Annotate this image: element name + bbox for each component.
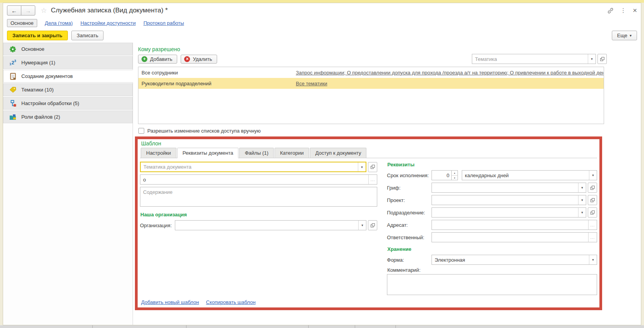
- chevron-down-icon[interactable]: ▾: [358, 221, 366, 230]
- sidebar-item-processing-settings[interactable]: Настройки обработки (5): [3, 97, 133, 110]
- history-buttons: ← →: [7, 5, 35, 16]
- numbering-icon: 123: [9, 59, 17, 66]
- sidebar-item-label: Роли файлов (2): [21, 114, 60, 120]
- topics-link[interactable]: Все тематики: [296, 81, 327, 86]
- sidebar-item-document-creation[interactable]: Создание документов: [3, 70, 133, 83]
- forward-arrow-icon: →: [25, 7, 31, 14]
- nav-link-cases[interactable]: Дела (тома): [45, 20, 73, 26]
- chevron-down-icon[interactable]: ▾: [588, 54, 596, 64]
- more-button[interactable]: Еще ▾: [612, 31, 637, 40]
- sidebar-item-file-roles[interactable]: Роли файлов (2): [3, 110, 133, 123]
- access-table: Все сотрудники Запрос информации; О пред…: [138, 67, 604, 124]
- main-panel: Кому разрешено + Добавить × Удалить ▾: [133, 43, 641, 325]
- organization-input[interactable]: [175, 221, 358, 230]
- flowchart-icon: [9, 100, 17, 107]
- template-left-column: ▾ ... Наша: [140, 162, 377, 297]
- tab-files[interactable]: Файлы (1): [239, 148, 274, 158]
- chevron-down-icon[interactable]: ▾: [589, 255, 597, 264]
- template-right-column: Реквизиты Срок исполнения: ▴ ▾: [387, 162, 597, 297]
- form-label: Форма:: [387, 257, 432, 263]
- tab-settings[interactable]: Настройки: [141, 148, 176, 158]
- comment-label: Комментарий:: [387, 267, 597, 273]
- project-choose-button[interactable]: [588, 195, 597, 205]
- add-button[interactable]: + Добавить: [138, 55, 177, 64]
- app-window: ← → ☆ Служебная записка (Вид документа) …: [3, 3, 641, 325]
- chevron-down-icon[interactable]: ▾: [589, 171, 597, 180]
- nav-link-work-protocol[interactable]: Протокол работы: [143, 20, 184, 26]
- manual-access-checkbox-row[interactable]: Разрешить изменение списков доступа вруч…: [138, 128, 641, 134]
- back-button[interactable]: ←: [7, 5, 21, 16]
- close-icon[interactable]: ×: [633, 6, 637, 15]
- window-icons: ⋮ ×: [607, 6, 637, 15]
- storage-form-select[interactable]: Электронная: [432, 257, 589, 263]
- deadline-label: Срок исполнения:: [387, 173, 432, 178]
- access-group-cell: Все сотрудники: [138, 70, 293, 76]
- menu-dots-icon[interactable]: ⋮: [620, 7, 626, 14]
- ellipsis-button[interactable]: ...: [588, 220, 597, 230]
- sidebar-item-main[interactable]: Основное: [3, 43, 133, 55]
- responsible-input[interactable]: [432, 233, 588, 242]
- spin-down-icon[interactable]: ▾: [452, 176, 458, 180]
- more-label: Еще: [617, 33, 627, 38]
- favorite-star-icon[interactable]: ☆: [41, 6, 47, 15]
- chevron-down-icon[interactable]: ▾: [578, 195, 586, 205]
- content-area: Основное 123 Нумерация (1) Создание доку…: [3, 43, 641, 325]
- template-links: Добавить новый шаблон Скопировать шаблон: [140, 297, 597, 307]
- sidebar-item-numbering[interactable]: 123 Нумерация (1): [3, 56, 133, 69]
- sidebar-item-label: Основное: [21, 46, 45, 52]
- summary-input[interactable]: [140, 175, 368, 184]
- copy-template-link[interactable]: Скопировать шаблон: [206, 299, 256, 305]
- save-button[interactable]: Записать: [71, 31, 104, 40]
- tab-categories[interactable]: Категории: [275, 148, 309, 158]
- nav-tab-main[interactable]: Основное: [7, 19, 37, 27]
- sidebar-item-topics[interactable]: Тематики (10): [3, 83, 133, 96]
- nav-link-access-settings[interactable]: Настройки доступности: [80, 20, 135, 26]
- save-and-close-button[interactable]: Записать и закрыть: [7, 31, 68, 40]
- requisites-header: Реквизиты: [387, 162, 597, 167]
- checkbox-box[interactable]: [138, 128, 144, 134]
- ellipsis-button[interactable]: ...: [588, 233, 597, 242]
- grif-input[interactable]: [432, 183, 578, 192]
- sidebar-item-label: Настройки обработки (5): [21, 100, 79, 106]
- delete-button[interactable]: × Удалить: [181, 55, 217, 64]
- deadline-input[interactable]: [432, 170, 452, 180]
- document-tematika-input[interactable]: [141, 162, 358, 171]
- checkbox-label: Разрешить изменение списков доступа вруч…: [147, 128, 261, 134]
- table-row[interactable]: Руководители подразделений Все тематики: [138, 78, 604, 89]
- table-row[interactable]: Все сотрудники Запрос информации; О пред…: [138, 67, 604, 78]
- title-bar: ← → ☆ Служебная записка (Вид документа) …: [3, 3, 641, 18]
- deadline-spinner[interactable]: ▴ ▾: [452, 170, 458, 180]
- add-new-template-link[interactable]: Добавить новый шаблон: [141, 299, 199, 305]
- department-label: Подразделение:: [387, 210, 432, 216]
- responsible-label: Ответственный:: [387, 235, 432, 240]
- sidebar: Основное 123 Нумерация (1) Создание доку…: [3, 43, 133, 325]
- copy-link-icon[interactable]: [607, 7, 614, 14]
- deadline-unit-select[interactable]: календарных дней: [462, 173, 589, 178]
- addressee-input[interactable]: [432, 220, 588, 230]
- department-choose-button[interactable]: [588, 207, 597, 218]
- content-textarea[interactable]: [140, 187, 377, 207]
- tag-icon: [9, 86, 17, 93]
- our-organization-header: Наша организация: [140, 212, 377, 218]
- document-tematika-choose-button[interactable]: [368, 162, 377, 172]
- chevron-down-icon[interactable]: ▾: [578, 208, 586, 217]
- project-input[interactable]: [432, 195, 578, 205]
- spin-up-icon[interactable]: ▴: [452, 171, 458, 176]
- tab-document-requisites[interactable]: Реквизиты документа: [177, 148, 239, 158]
- topics-link[interactable]: Запрос информации; О предоставлении допу…: [296, 70, 604, 76]
- sidebar-item-label: Нумерация (1): [21, 60, 55, 66]
- nav-row: Основное Дела (тома) Настройки доступнос…: [3, 18, 641, 28]
- tab-document-access[interactable]: Доступ к документу: [310, 148, 366, 158]
- tematika-filter-choose-button[interactable]: [597, 54, 607, 64]
- tematika-filter-input[interactable]: [472, 54, 588, 64]
- department-input[interactable]: [432, 208, 578, 217]
- comment-textarea[interactable]: [387, 274, 597, 295]
- chevron-down-icon[interactable]: ▾: [358, 162, 366, 171]
- chevron-down-icon[interactable]: ▾: [578, 183, 586, 192]
- storage-header: Хранение: [387, 246, 597, 252]
- ellipsis-button[interactable]: ...: [368, 175, 377, 184]
- forward-button[interactable]: →: [21, 5, 35, 16]
- document-icon: [9, 73, 17, 80]
- organization-choose-button[interactable]: [368, 220, 377, 230]
- grif-choose-button[interactable]: [588, 183, 597, 193]
